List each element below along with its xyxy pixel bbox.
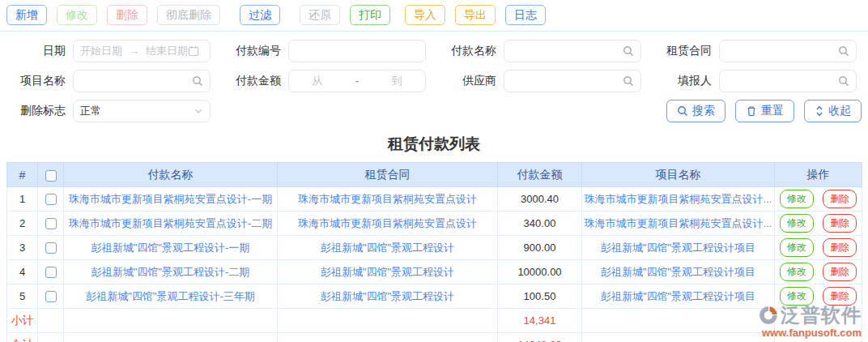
filler-label: 填报人 bbox=[649, 74, 719, 88]
toolbar-button-5[interactable]: 过滤 bbox=[240, 5, 280, 25]
toolbar-button-9[interactable]: 导出 bbox=[455, 5, 496, 25]
project-name-link[interactable]: 彭祖新城"四馆"景观工程设计项目 bbox=[582, 284, 775, 309]
filter-row-2: 项目名称 付款金额 从 - 到 供应商 填报人 bbox=[3, 66, 865, 96]
payment-amount-value: 10000.00 bbox=[498, 260, 582, 284]
payment-name-link[interactable]: 彭祖新城"四馆"景观工程设计-二期 bbox=[64, 260, 278, 284]
row-delete-button[interactable]: 删除 bbox=[823, 287, 857, 306]
payment-no-label: 付款编号 bbox=[219, 44, 288, 58]
row-delete-button[interactable]: 删除 bbox=[823, 263, 857, 281]
row-delete-button[interactable]: 删除 bbox=[823, 238, 857, 257]
toolbar-button-7[interactable]: 打印 bbox=[350, 5, 390, 25]
row-checkbox[interactable] bbox=[45, 218, 57, 229]
total-label: 合计 bbox=[7, 333, 38, 342]
row-modify-button[interactable]: 修改 bbox=[780, 190, 814, 208]
payment-name-link[interactable]: 珠海市城市更新项目紫桐苑安置点设计-一期 bbox=[64, 187, 278, 212]
payment-name-link[interactable]: 彭祖新城"四馆"景观工程设计-一期 bbox=[64, 236, 278, 260]
col-checkbox bbox=[38, 163, 64, 187]
supplier-field: 供应商 bbox=[434, 70, 649, 92]
payment-name-input[interactable] bbox=[504, 40, 641, 62]
date-field: 日期 开始日期 → 结束日期 bbox=[3, 40, 219, 62]
table-row: 2 珠海市城市更新项目紫桐苑安置点设计-二期 珠海市城市更新项目紫桐苑安置点设计… bbox=[7, 212, 862, 236]
collapse-button[interactable]: 收起 bbox=[804, 100, 862, 122]
filter-row-1: 日期 开始日期 → 结束日期 付款编号 付款名称 租赁合同 bbox=[3, 36, 865, 66]
search-button[interactable]: 搜索 bbox=[666, 100, 725, 122]
delete-flag-label: 删除标志 bbox=[3, 104, 73, 118]
row-delete-button[interactable]: 删除 bbox=[823, 214, 857, 233]
table-row: 1 珠海市城市更新项目紫桐苑安置点设计-一期 珠海市城市更新项目紫桐苑安置点设计… bbox=[7, 187, 862, 212]
row-delete-button[interactable]: 删除 bbox=[823, 190, 857, 208]
toolbar-button-8[interactable]: 导入 bbox=[405, 5, 445, 25]
row-index: 2 bbox=[7, 212, 38, 236]
payment-amount-value: 340.00 bbox=[498, 212, 582, 236]
payment-no-field: 付款编号 bbox=[219, 40, 434, 62]
date-end-placeholder: 结束日期 bbox=[146, 44, 188, 58]
delete-flag-value: 正常 bbox=[80, 104, 194, 118]
calendar-icon bbox=[188, 45, 199, 57]
payment-name-link[interactable]: 彭祖新城"四馆"景观工程设计-三年期 bbox=[64, 284, 278, 309]
toolbar: 新增修改删除彻底删除过滤还原打印导入导出日志 bbox=[0, 0, 868, 32]
search-icon bbox=[838, 75, 849, 87]
row-modify-button[interactable]: 修改 bbox=[780, 263, 814, 281]
row-index: 4 bbox=[7, 260, 38, 284]
row-modify-button[interactable]: 修改 bbox=[780, 238, 814, 257]
project-name-link[interactable]: 彭祖新城"四馆"景观工程设计项目 bbox=[582, 260, 775, 284]
lease-contract-field: 租赁合同 bbox=[649, 40, 865, 62]
toolbar-button-2[interactable]: 修改 bbox=[57, 5, 97, 25]
collapse-icon bbox=[815, 105, 824, 117]
subtotal-value: 14,341 bbox=[498, 309, 582, 333]
collapse-button-label: 收起 bbox=[828, 104, 851, 118]
project-name-field: 项目名称 bbox=[3, 70, 219, 92]
project-name-link[interactable]: 珠海市城市更新项目紫桐苑安置点设计... bbox=[582, 212, 775, 236]
lease-contract-link[interactable]: 彭祖新城"四馆"景观工程设计 bbox=[278, 284, 498, 309]
row-checkbox[interactable] bbox=[45, 267, 57, 278]
payment-amount-input[interactable]: 从 - 到 bbox=[288, 70, 426, 92]
reset-button-label: 重置 bbox=[761, 104, 784, 118]
row-checkbox[interactable] bbox=[45, 291, 57, 302]
toolbar-button-3[interactable]: 删除 bbox=[107, 5, 147, 25]
col-lease-contract: 租赁合同 bbox=[278, 163, 498, 187]
toolbar-button-4[interactable]: 彻底删除 bbox=[157, 5, 220, 25]
payment-no-input[interactable] bbox=[288, 40, 426, 62]
lease-contract-link[interactable]: 珠海市城市更新项目紫桐苑安置点设计 bbox=[278, 212, 498, 236]
row-modify-button[interactable]: 修改 bbox=[780, 287, 814, 306]
toolbar-button-10[interactable]: 日志 bbox=[505, 5, 546, 25]
filler-input[interactable] bbox=[719, 70, 857, 92]
lease-contract-link[interactable]: 彭祖新城"四馆"景观工程设计 bbox=[278, 260, 498, 284]
amount-from-placeholder: 从 bbox=[312, 74, 322, 88]
search-icon bbox=[192, 75, 203, 87]
supplier-input[interactable] bbox=[504, 70, 641, 92]
payment-amount-value: 100.50 bbox=[498, 284, 582, 309]
payment-name-link[interactable]: 珠海市城市更新项目紫桐苑安置点设计-二期 bbox=[64, 212, 278, 236]
search-icon bbox=[677, 105, 688, 117]
row-index: 5 bbox=[7, 284, 38, 309]
subtotal-row: 小计 14,341 bbox=[7, 309, 862, 333]
project-name-input[interactable] bbox=[73, 70, 211, 92]
col-operations: 操作 bbox=[775, 163, 862, 187]
row-modify-button[interactable]: 修改 bbox=[780, 214, 814, 233]
project-name-link[interactable]: 彭祖新城"四馆"景观工程设计项目 bbox=[582, 236, 775, 260]
col-project-name: 项目名称 bbox=[582, 163, 775, 187]
search-icon bbox=[838, 45, 849, 57]
delete-flag-select[interactable]: 正常 bbox=[73, 100, 211, 122]
page-title: 租赁付款列表 bbox=[0, 127, 868, 162]
subtotal-label: 小计 bbox=[7, 309, 38, 333]
lease-contract-link[interactable]: 珠海市城市更新项目紫桐苑安置点设计 bbox=[278, 187, 498, 212]
filter-row-3: 删除标志 正常 搜索 重置 收起 bbox=[3, 96, 865, 126]
project-name-link[interactable]: 珠海市城市更新项目紫桐苑安置点设计... bbox=[582, 187, 775, 212]
lease-contract-input[interactable] bbox=[719, 40, 857, 62]
project-name-label: 项目名称 bbox=[3, 74, 73, 88]
row-checkbox[interactable] bbox=[45, 242, 57, 254]
toolbar-button-1[interactable]: 新增 bbox=[6, 5, 47, 25]
toolbar-button-6[interactable]: 还原 bbox=[300, 5, 340, 25]
select-all-checkbox[interactable] bbox=[45, 170, 57, 182]
date-range-input[interactable]: 开始日期 → 结束日期 bbox=[73, 40, 211, 62]
reset-button[interactable]: 重置 bbox=[735, 100, 794, 122]
row-index: 3 bbox=[7, 236, 38, 260]
amount-separator: - bbox=[355, 75, 360, 88]
lease-contract-link[interactable]: 彭祖新城"四馆"景观工程设计 bbox=[278, 236, 498, 260]
filter-actions: 搜索 重置 收起 bbox=[220, 100, 865, 122]
trash-icon bbox=[746, 105, 757, 117]
table-row: 3 彭祖新城"四馆"景观工程设计-一期 彭祖新城"四馆"景观工程设计 900.0… bbox=[7, 236, 862, 260]
row-checkbox[interactable] bbox=[45, 194, 57, 205]
filler-field: 填报人 bbox=[649, 70, 865, 92]
